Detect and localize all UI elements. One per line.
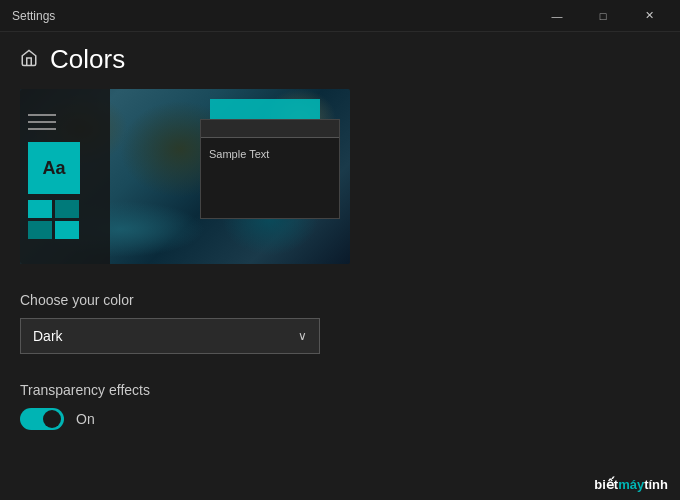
close-button[interactable]: ✕	[626, 0, 672, 32]
minimize-button[interactable]: —	[534, 0, 580, 32]
chevron-down-icon: ∨	[298, 329, 307, 343]
aa-tile: Aa	[28, 142, 80, 194]
watermark: biếtmáytính	[594, 477, 668, 492]
page-header: Colors	[0, 32, 680, 89]
color-section: Choose your color Dark ∨	[20, 292, 660, 354]
small-tile-1	[28, 200, 52, 218]
menu-line-2	[28, 121, 56, 123]
page-title: Colors	[50, 44, 125, 75]
preview-dialog: Sample Text	[200, 119, 340, 219]
toggle-knob	[43, 410, 61, 428]
small-tile-2	[55, 200, 79, 218]
small-tile-3	[28, 221, 52, 239]
main-content: Aa Sample Text Choose your color	[0, 89, 680, 500]
small-tile-row-2	[28, 221, 79, 239]
preview-dialog-body: Sample Text	[201, 138, 339, 170]
transparency-toggle[interactable]	[20, 408, 64, 430]
window-title: Settings	[12, 9, 55, 23]
preview-left-panel: Aa	[20, 89, 110, 264]
watermark-part2: máy	[618, 477, 644, 492]
small-tile-row-1	[28, 200, 79, 218]
small-tile-4	[55, 221, 79, 239]
preview-dialog-titlebar	[201, 120, 339, 138]
window-controls: — □ ✕	[534, 0, 672, 32]
menu-line-1	[28, 114, 56, 116]
menu-line-3	[28, 128, 56, 130]
transparency-section: Transparency effects On	[20, 382, 660, 430]
preview-panel: Aa Sample Text	[20, 89, 350, 264]
watermark-part3: tính	[644, 477, 668, 492]
transparency-label: Transparency effects	[20, 382, 660, 398]
toggle-state-label: On	[76, 411, 95, 427]
home-icon[interactable]	[20, 49, 38, 71]
toggle-row: On	[20, 408, 660, 430]
dropdown-value: Dark	[33, 328, 63, 344]
menu-lines	[28, 114, 56, 130]
title-bar: Settings — □ ✕	[0, 0, 680, 32]
color-section-label: Choose your color	[20, 292, 660, 308]
small-tiles	[28, 200, 79, 239]
sample-text-label: Sample Text	[209, 148, 269, 160]
color-dropdown[interactable]: Dark ∨	[20, 318, 320, 354]
watermark-part1: biết	[594, 477, 618, 492]
maximize-button[interactable]: □	[580, 0, 626, 32]
